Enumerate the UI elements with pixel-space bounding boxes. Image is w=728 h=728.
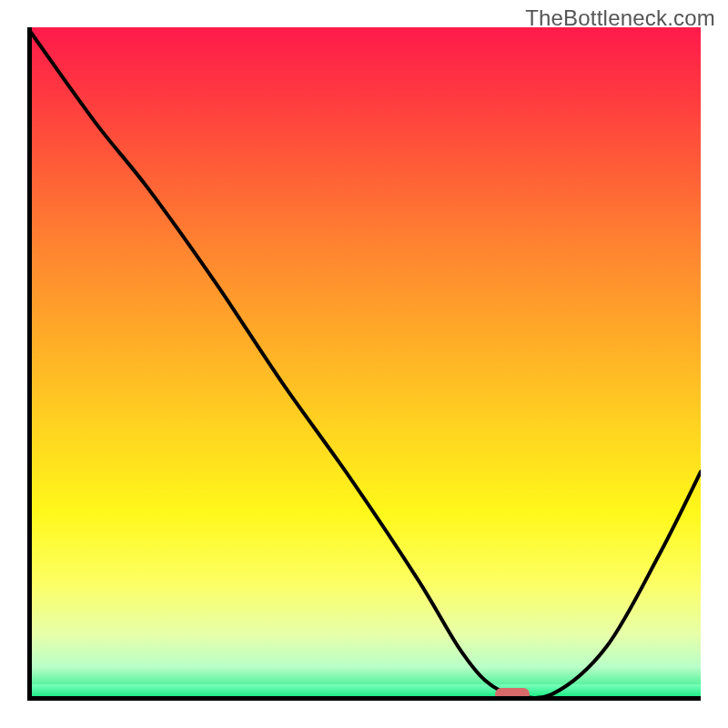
optimal-point-marker [495, 688, 530, 701]
watermark-text: TheBottleneck.com [525, 5, 715, 31]
bottleneck-curve [27, 27, 701, 701]
plot-area [27, 27, 701, 701]
